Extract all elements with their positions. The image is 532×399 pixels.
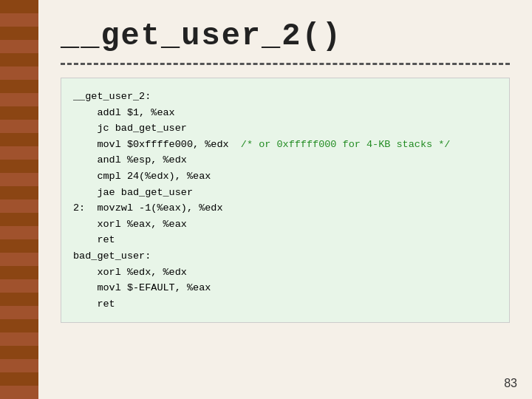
code-line-5: andl %esp, %edx: [73, 154, 187, 166]
page-number: 83: [504, 377, 517, 390]
code-line-10: ret: [73, 234, 115, 245]
code-line-11: bad_get_user:: [73, 250, 151, 262]
code-line-14: ret: [73, 299, 115, 310]
code-line-9: xorl %eax, %eax: [73, 219, 187, 230]
code-line-6: cmpl 24(%edx), %eax: [73, 171, 211, 182]
code-block: __get_user_2: addl $1, %eax jc bad_get_u…: [61, 78, 510, 323]
code-line-13: movl $-EFAULT, %eax: [73, 282, 211, 293]
code-comment: /* or 0xfffff000 for 4-KB stacks */: [241, 139, 451, 150]
page-title: __get_user_2(): [61, 18, 510, 54]
code-line-4: movl $0xffffe000, %edx /* or 0xfffff000 …: [73, 139, 450, 150]
divider: [61, 61, 510, 66]
code-line-8: 2: movzwl -1(%eax), %edx: [73, 202, 223, 214]
code-line-12: xorl %edx, %edx: [73, 267, 187, 278]
code-line-7: jae bad_get_user: [73, 187, 193, 198]
code-line-1: __get_user_2:: [73, 91, 151, 102]
code-line-2: addl $1, %eax: [73, 107, 175, 118]
main-content: __get_user_2() __get_user_2: addl $1, %e…: [38, 0, 532, 399]
left-border: [0, 0, 38, 399]
code-line-3: jc bad_get_user: [73, 123, 187, 134]
